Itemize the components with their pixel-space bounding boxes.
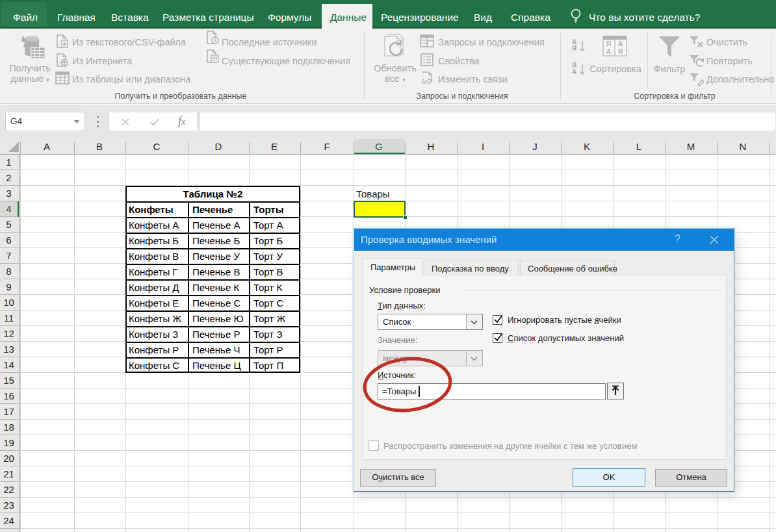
svg-text:А: А: [618, 40, 623, 47]
svg-text:А: А: [606, 48, 611, 55]
svg-text:Я: Я: [606, 40, 611, 47]
svg-text:Я: Я: [618, 48, 623, 55]
